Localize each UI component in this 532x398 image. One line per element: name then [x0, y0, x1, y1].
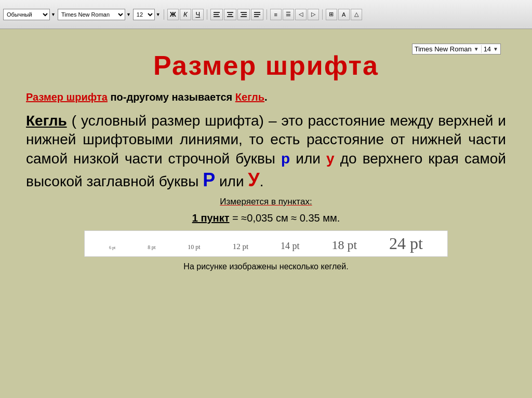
bold-button[interactable]: Ж: [167, 9, 179, 20]
body-text: Кегль ( условный размер шрифта) – это ра…: [26, 112, 506, 193]
size-demo-8: 8 pt: [148, 244, 155, 250]
list-group: ≡ ☰ ◁ ▷: [270, 9, 319, 20]
color-button[interactable]: A: [338, 9, 350, 20]
size-demo-14: 14 pt: [281, 241, 300, 252]
measured-link[interactable]: Измеряется в пунктах: [220, 197, 310, 207]
separator-3: [267, 9, 267, 20]
subtitle-link2[interactable]: Кегль: [235, 91, 264, 103]
align-justify-button[interactable]: [251, 9, 263, 20]
body-r: р: [281, 150, 290, 167]
format-group: Ж К Ч: [167, 9, 204, 20]
toolbar: Обычный ▼ Times New Roman ▼ 12 ▼ Ж К Ч: [0, 0, 532, 29]
indent-increase-button[interactable]: ▷: [308, 9, 319, 20]
font-widget-size-arrow: ▼: [493, 46, 498, 52]
body-end: .: [260, 173, 264, 189]
size-group: 12 ▼: [133, 9, 161, 20]
align-center-icon: [226, 11, 234, 18]
font-widget-name: Times New Roman: [415, 45, 472, 53]
body-cap-r: Р: [203, 169, 215, 190]
indent-decrease-button[interactable]: ◁: [295, 9, 307, 20]
subtitle-period: .: [264, 91, 268, 103]
separator-1: [164, 9, 164, 20]
subtitle-link1[interactable]: Размер шрифта: [26, 91, 108, 103]
italic-button[interactable]: К: [180, 9, 191, 20]
font-group: Times New Roman ▼: [58, 9, 131, 20]
size-demo-12: 12 pt: [233, 242, 248, 251]
point-bold[interactable]: 1 пункт: [192, 212, 230, 224]
point-line: 1 пункт = ≈0,035 см ≈ 0.35 мм.: [26, 212, 506, 224]
style-group: Обычный ▼: [3, 9, 56, 20]
measured-colon: :: [310, 197, 312, 207]
align-left-button[interactable]: [210, 9, 223, 20]
align-group: [210, 9, 263, 20]
table-button[interactable]: ⊞: [326, 9, 337, 20]
body-part2: или: [290, 150, 326, 167]
size-demo-6: 6 pt: [109, 245, 115, 250]
slide-area: Times New Roman ▼ 14 ▼ Размер шрифта Раз…: [0, 29, 532, 398]
body-y: у: [326, 150, 335, 167]
size-demo-18: 18 pt: [331, 238, 357, 252]
demo-caption: На рисунке изображены несколько кеглей.: [26, 262, 506, 271]
body-cap-y: У: [248, 169, 259, 190]
separator-2: [207, 9, 207, 20]
extra-group: ⊞ A △: [326, 9, 362, 20]
align-center-button[interactable]: [224, 9, 236, 20]
size-dropdown-arrow: ▼: [156, 12, 161, 17]
measured-line: Измеряется в пунктах:: [26, 197, 506, 207]
style-dropdown[interactable]: Обычный: [3, 9, 50, 20]
list-button-1[interactable]: ≡: [270, 9, 282, 20]
font-widget: Times New Roman ▼ 14 ▼: [412, 44, 501, 54]
font-demo-box: 6 pt 8 pt 10 pt 12 pt 14 pt 18 pt 24 pt: [84, 230, 448, 257]
align-right-icon: [240, 11, 248, 18]
subtitle-text1: по-другому называется: [108, 91, 235, 103]
font-dropdown-arrow: ▼: [126, 12, 131, 17]
underline-button[interactable]: Ч: [192, 9, 204, 20]
body-part4: или: [215, 173, 248, 189]
align-right-button[interactable]: [237, 9, 250, 20]
font-widget-size: 14: [481, 45, 491, 53]
align-justify-icon: [253, 11, 261, 18]
size-demo-24: 24 pt: [389, 234, 423, 253]
subtitle-line: Размер шрифта по-другому называется Кегл…: [26, 91, 506, 103]
main-title: Размер шрифта: [26, 50, 506, 81]
separator-4: [322, 9, 323, 20]
font-widget-arrow: ▼: [474, 46, 479, 52]
size-dropdown[interactable]: 12: [133, 9, 155, 20]
font-dropdown[interactable]: Times New Roman: [58, 9, 125, 20]
align-left-icon: [212, 11, 221, 18]
point-rest: = ≈0,035 см ≈ 0.35 мм.: [230, 212, 340, 224]
kegel-link[interactable]: Кегль: [26, 113, 67, 129]
list-button-2[interactable]: ☰: [283, 9, 294, 20]
size-demo-10: 10 pt: [188, 243, 200, 251]
highlight-button[interactable]: △: [351, 9, 362, 20]
style-dropdown-arrow: ▼: [51, 12, 56, 17]
